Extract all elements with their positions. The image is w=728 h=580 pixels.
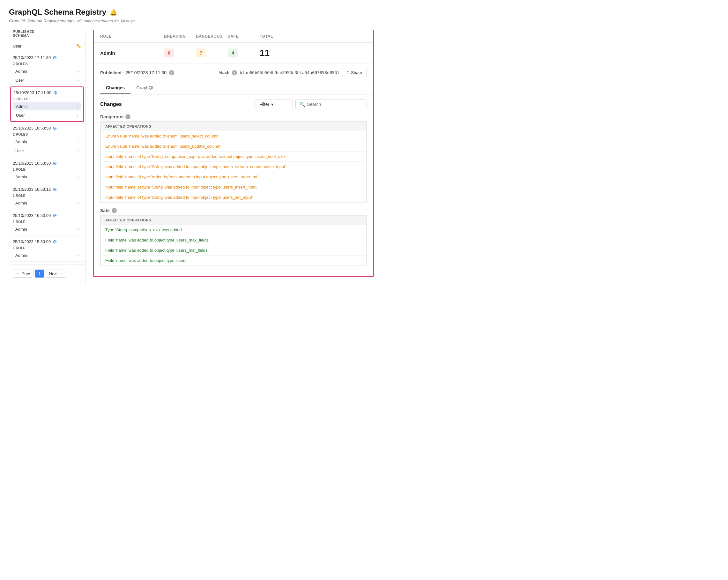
hash-value: bfae86b95b564b9ce3953e3bfa54a007858d053f: [240, 70, 339, 75]
timestamp-text-4: 25/10/2023 16:53:30: [13, 161, 51, 165]
plus-icon-7[interactable]: ⊕: [53, 239, 57, 245]
role-admin-1[interactable]: Admin ›: [13, 67, 81, 75]
plus-icon-4[interactable]: ⊕: [53, 160, 57, 166]
hash-section: Hash i bfae86b95b564b9ce3953e3bfa54a0078…: [219, 68, 367, 77]
timestamp-text-6: 25/10/2023 16:53:00: [13, 213, 51, 218]
safe-section-label: Safe i: [100, 208, 367, 213]
share-button[interactable]: ⤴ Share: [342, 68, 367, 77]
search-input[interactable]: [307, 102, 363, 107]
col-total: TOTAL: [260, 34, 367, 38]
role-admin-7[interactable]: Admin ›: [13, 251, 81, 259]
timestamp-text-1: 25/10/2023 17:11:39: [13, 55, 51, 60]
role-admin-4[interactable]: Admin ›: [13, 173, 81, 181]
role-label-admin-7: Admin: [15, 253, 27, 258]
next-button[interactable]: Next →: [46, 270, 67, 278]
arrow-admin-7: ›: [77, 253, 79, 258]
arrow-admin-5: ›: [77, 200, 79, 206]
list-item: Type 'String_comparison_exp' was added: [101, 225, 367, 235]
role-label-user-1: User: [15, 78, 24, 83]
dangerous-affected-ops-header: AFFECTED OPERATIONS: [101, 122, 367, 131]
sidebar-entry-6: 25/10/2023 16:53:00 ⊕ 1 ROLE Admin ›: [9, 209, 85, 235]
entry-timestamp-5: 25/10/2023 16:53:12 ⊕: [13, 186, 81, 192]
list-item: Input field 'name' of type 'order_by' wa…: [101, 172, 367, 182]
arrow-admin-3: ›: [77, 139, 79, 144]
filter-search-row: Filter ▾ 🔍: [255, 100, 367, 109]
sidebar-entry-2-selected[interactable]: 25/10/2023 17:11:30 ⊕ 2 ROLES Admin › Us…: [10, 86, 84, 122]
role-admin-6[interactable]: Admin ›: [13, 225, 81, 233]
main-content: ROLE BREAKING DANGEROUS SAFE TOTAL Admin…: [85, 30, 374, 283]
plus-icon-2[interactable]: ⊕: [53, 90, 57, 96]
tabs-row: Changes GraphQL: [94, 82, 373, 95]
role-label-admin-6: Admin: [15, 227, 27, 232]
arrow-admin-2: ›: [77, 104, 78, 109]
sidebar-entry-7: 25/10/2023 15:30:09 ⊕ 1 ROLE Admin ›: [9, 235, 85, 262]
page-subtitle: GraphQL Schema Registry changes will onl…: [9, 19, 374, 23]
role-user-1[interactable]: User ›: [13, 76, 81, 84]
list-item: Field 'name' was added to object type 'u…: [101, 235, 367, 245]
col-breaking: BREAKING: [164, 34, 196, 38]
table-header: ROLE BREAKING DANGEROUS SAFE TOTAL: [94, 30, 373, 43]
sidebar-entry-5: 25/10/2023 16:53:12 ⊕ 1 ROLE Admin ›: [9, 183, 85, 209]
top-user-label: User: [13, 44, 21, 49]
role-label-user-2: User: [16, 113, 25, 118]
bell-icon[interactable]: 🔔: [109, 8, 118, 16]
timestamp-text-2: 25/10/2023 17:11:30: [14, 90, 51, 95]
list-item: Enum value 'name' was added to enum 'use…: [101, 131, 367, 141]
timestamp-text-5: 25/10/2023 16:53:12: [13, 187, 51, 192]
search-icon: 🔍: [300, 102, 305, 107]
entry-timestamp-6: 25/10/2023 16:53:00 ⊕: [13, 212, 81, 218]
entry-timestamp-3: 25/10/2023 16:53:50 ⊕: [13, 125, 81, 131]
tab-changes[interactable]: Changes: [100, 82, 130, 94]
col-safe: SAFE: [228, 34, 260, 38]
plus-icon-5[interactable]: ⊕: [53, 186, 57, 192]
col-role: ROLE: [100, 34, 164, 38]
roles-label-5: 1 ROLE: [13, 194, 81, 197]
role-admin-3[interactable]: Admin ›: [13, 137, 81, 146]
filter-dropdown[interactable]: Filter ▾: [255, 100, 293, 109]
role-label-admin-3: Admin: [15, 139, 27, 144]
role-label-admin-1: Admin: [15, 69, 27, 74]
schema-table: ROLE BREAKING DANGEROUS SAFE TOTAL Admin…: [93, 30, 374, 277]
roles-label-3: 2 ROLES: [13, 132, 81, 136]
table-row: Admin 0 7 4 11: [94, 43, 373, 63]
col-dangerous: DANGEROUS: [196, 34, 228, 38]
dangerous-info-icon[interactable]: i: [125, 114, 130, 119]
prev-button[interactable]: ← Prev: [13, 270, 33, 278]
plus-icon-1[interactable]: ⊕: [53, 55, 57, 61]
list-item: Field 'name' was added to object type 'u…: [101, 256, 367, 266]
plus-icon-3[interactable]: ⊕: [53, 125, 57, 131]
role-label-admin-2: Admin: [16, 104, 28, 109]
sidebar: PUBLISHEDSCHEMA User ✏️ 25/10/2023 17:11…: [9, 30, 85, 283]
published-info-icon[interactable]: i: [169, 70, 174, 75]
role-admin-5[interactable]: Admin ›: [13, 199, 81, 207]
changes-section: Changes Filter ▾ 🔍: [94, 95, 373, 276]
role-user-3[interactable]: User ›: [13, 147, 81, 155]
sidebar-entry-4: 25/10/2023 16:53:30 ⊕ 1 ROLE Admin ›: [9, 157, 85, 183]
roles-label-4: 1 ROLE: [13, 167, 81, 171]
arrow-admin-4: ›: [77, 174, 79, 179]
tab-graphql[interactable]: GraphQL: [130, 82, 160, 94]
sidebar-top-user: User ✏️: [9, 41, 85, 51]
safe-info-icon[interactable]: i: [112, 208, 117, 213]
edit-icon[interactable]: ✏️: [76, 44, 81, 49]
list-item: Input field 'name' of type 'String' was …: [101, 192, 367, 203]
role-label-admin-4: Admin: [15, 175, 27, 179]
sidebar-entry-1: 25/10/2023 17:11:39 ⊕ 2 ROLES Admin › Us…: [9, 51, 85, 86]
page-1-button[interactable]: 1: [35, 270, 44, 278]
hash-info-icon[interactable]: i: [232, 70, 237, 75]
changes-title: Changes: [100, 102, 122, 107]
timestamp-text-7: 25/10/2023 15:30:09: [13, 239, 51, 244]
published-section: Published: 25/10/2023 17:11:30 i Hash i …: [94, 63, 373, 82]
safe-changes-group: AFFECTED OPERATIONS Type 'String_compari…: [100, 215, 367, 266]
list-item: Input field 'name' of type 'String_compa…: [101, 152, 367, 162]
arrow-user-2: ›: [77, 113, 78, 118]
role-user-2[interactable]: User ›: [14, 111, 81, 119]
role-admin-2[interactable]: Admin ›: [14, 102, 81, 110]
search-box: 🔍: [295, 100, 367, 109]
page-title: GraphQL Schema Registry: [9, 8, 106, 17]
role-name: Admin: [100, 50, 164, 56]
dangerous-changes-group: AFFECTED OPERATIONS Enum value 'name' wa…: [100, 121, 367, 203]
entry-timestamp-4: 25/10/2023 16:53:30 ⊕: [13, 160, 81, 166]
arrow-user-3: ›: [77, 148, 79, 153]
plus-icon-6[interactable]: ⊕: [53, 212, 57, 218]
